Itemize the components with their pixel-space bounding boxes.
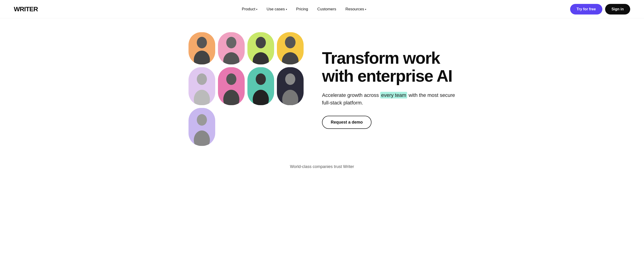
- avatar-8: [277, 67, 304, 105]
- trust-heading: World-class companies trust Writer: [0, 164, 644, 169]
- nav-links: Product ▾ Use cases ▾ Pricing Customers …: [242, 7, 366, 12]
- nav-actions: Try for free Sign in: [570, 4, 630, 14]
- avatar-9: [188, 108, 215, 146]
- svg-point-22: [285, 74, 295, 85]
- avatar-4: [277, 32, 304, 64]
- avatar-3: [248, 32, 274, 64]
- svg-point-25: [197, 114, 207, 126]
- hero-section: Transform work with enterprise AI Accele…: [161, 18, 483, 155]
- nav-link-product[interactable]: Product ▾: [242, 7, 258, 12]
- nav-item-resources[interactable]: Resources ▾: [346, 7, 366, 12]
- navbar: WRITER Product ▾ Use cases ▾ Pricing Cus…: [0, 0, 644, 18]
- svg-point-4: [226, 37, 236, 48]
- chevron-down-icon: ▾: [365, 8, 366, 10]
- request-demo-button[interactable]: Request a demo: [322, 116, 372, 129]
- nav-link-pricing[interactable]: Pricing: [296, 7, 308, 12]
- svg-point-16: [226, 74, 236, 85]
- avatar-6: [218, 67, 245, 105]
- nav-link-customers[interactable]: Customers: [318, 7, 336, 12]
- trust-section: World-class companies trust Writer: [0, 155, 644, 174]
- svg-point-7: [256, 37, 266, 48]
- hero-subtitle: Accelerate growth across every team with…: [322, 91, 456, 106]
- avatar-1: [188, 32, 215, 64]
- logo[interactable]: WRITER: [14, 6, 38, 13]
- svg-point-13: [197, 74, 207, 85]
- avatar-2: [218, 32, 245, 64]
- nav-item-usecases[interactable]: Use cases ▾: [266, 7, 287, 12]
- svg-point-1: [197, 37, 207, 48]
- chevron-down-icon: ▾: [286, 8, 287, 10]
- hero-title: Transform work with enterprise AI: [322, 49, 456, 85]
- chevron-down-icon: ▾: [256, 8, 257, 10]
- highlight-text: every team: [380, 92, 407, 98]
- nav-item-product[interactable]: Product ▾: [242, 7, 258, 12]
- nav-item-customers[interactable]: Customers: [318, 7, 336, 12]
- svg-point-19: [256, 74, 266, 85]
- try-for-free-button[interactable]: Try for free: [570, 4, 602, 14]
- nav-link-usecases[interactable]: Use cases ▾: [266, 7, 287, 12]
- avatar-7: [248, 67, 274, 105]
- hero-text-block: Transform work with enterprise AI Accele…: [322, 49, 456, 129]
- avatar-5: [188, 67, 215, 105]
- avatars-grid: [188, 32, 304, 146]
- sign-in-button[interactable]: Sign in: [605, 4, 630, 14]
- nav-item-pricing[interactable]: Pricing: [296, 7, 308, 12]
- nav-link-resources[interactable]: Resources ▾: [346, 7, 366, 12]
- avatars-collage: [188, 32, 304, 146]
- svg-point-10: [285, 36, 296, 48]
